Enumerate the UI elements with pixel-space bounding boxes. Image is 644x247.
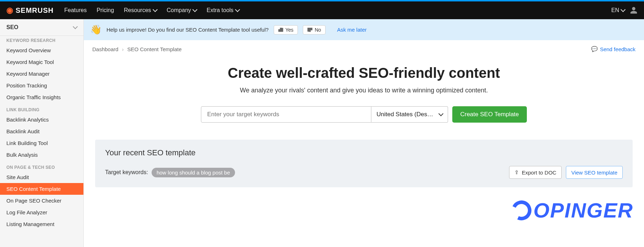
main-content: 👋 Help us improve! Do you find our SEO C… bbox=[84, 19, 644, 247]
thumb-down-icon bbox=[307, 28, 312, 32]
nav-links: Features Pricing Resources Company Extra… bbox=[64, 7, 611, 14]
no-button[interactable]: No bbox=[303, 25, 326, 34]
sidebar-group-link: LINK BUILDING bbox=[0, 103, 83, 114]
recent-keywords: Target keywords: how long should a blog … bbox=[105, 168, 235, 177]
chevron-right-icon: › bbox=[122, 46, 124, 52]
export-doc-button[interactable]: ⇪ Export to DOC bbox=[509, 166, 562, 179]
page-subtitle: We analyze your rivals' content and give… bbox=[84, 87, 644, 94]
sidebar-item-organic-traffic[interactable]: Organic Traffic Insights bbox=[0, 91, 83, 103]
crumb-dashboard[interactable]: Dashboard bbox=[92, 46, 118, 52]
page-title: Create well-crafted SEO-friendly content bbox=[84, 65, 644, 81]
crumb-current: SEO Content Template bbox=[127, 46, 181, 52]
send-feedback-link[interactable]: 💬 Send feedback bbox=[591, 46, 635, 52]
nav-features[interactable]: Features bbox=[64, 7, 87, 14]
recent-title: Your recent SEO template bbox=[105, 148, 623, 157]
chevron-down-icon bbox=[152, 7, 157, 12]
sidebar-item-backlink-audit[interactable]: Backlink Audit bbox=[0, 125, 83, 137]
brand-logo[interactable]: ◉ SEMRUSH bbox=[6, 6, 54, 15]
sidebar-group-keyword: KEYWORD RESEARCH bbox=[0, 36, 83, 44]
nav-extra-tools[interactable]: Extra tools bbox=[207, 7, 239, 14]
sidebar-item-keyword-overview[interactable]: Keyword Overview bbox=[0, 44, 83, 56]
view-template-button[interactable]: View SEO template bbox=[566, 166, 623, 179]
wave-icon: 👋 bbox=[90, 24, 102, 35]
sidebar-item-site-audit[interactable]: Site Audit bbox=[0, 171, 83, 183]
language-selector[interactable]: EN bbox=[611, 7, 625, 14]
sidebar-tool-selector[interactable]: SEO bbox=[0, 19, 83, 36]
sidebar-item-link-building[interactable]: Link Building Tool bbox=[0, 137, 83, 149]
nav-company[interactable]: Company bbox=[167, 7, 197, 14]
sidebar-item-seo-content-template[interactable]: SEO Content Template bbox=[0, 183, 83, 195]
nav-right: EN bbox=[611, 6, 638, 14]
recent-template-panel: Your recent SEO template Target keywords… bbox=[95, 140, 633, 187]
chevron-down-icon bbox=[235, 7, 240, 12]
brand-name: SEMRUSH bbox=[16, 6, 54, 15]
hero: Create well-crafted SEO-friendly content… bbox=[84, 54, 644, 106]
create-template-button[interactable]: Create SEO Template bbox=[452, 106, 526, 123]
sidebar-item-bulk-analysis[interactable]: Bulk Analysis bbox=[0, 149, 83, 161]
target-keywords-label: Target keywords: bbox=[105, 169, 148, 176]
user-icon[interactable] bbox=[630, 6, 638, 14]
nav-resources[interactable]: Resources bbox=[124, 7, 157, 14]
sidebar-item-keyword-manager[interactable]: Keyword Manager bbox=[0, 68, 83, 80]
sidebar: SEO KEYWORD RESEARCH Keyword Overview Ke… bbox=[0, 19, 84, 247]
chevron-down-icon bbox=[192, 7, 197, 12]
speech-bubble-icon: 💬 bbox=[591, 46, 598, 52]
chevron-down-icon bbox=[438, 111, 443, 116]
thumb-up-icon bbox=[278, 28, 283, 32]
recent-row: Target keywords: how long should a blog … bbox=[105, 166, 623, 179]
sidebar-item-onpage-checker[interactable]: On Page SEO Checker bbox=[0, 195, 83, 206]
sidebar-item-log-analyzer[interactable]: Log File Analyzer bbox=[0, 206, 83, 218]
watermark-d-icon bbox=[509, 198, 534, 223]
watermark-logo: OPINGER bbox=[512, 198, 634, 222]
sidebar-item-listing-management[interactable]: Listing Management bbox=[0, 218, 83, 230]
flame-icon: ◉ bbox=[6, 6, 13, 15]
breadcrumb: Dashboard › SEO Content Template bbox=[92, 46, 182, 52]
keywords-input[interactable] bbox=[201, 106, 371, 123]
keyword-tag[interactable]: how long should a blog post be bbox=[152, 168, 235, 177]
sidebar-item-backlink-analytics[interactable]: Backlink Analytics bbox=[0, 114, 83, 125]
recent-actions: ⇪ Export to DOC View SEO template bbox=[509, 166, 623, 179]
feedback-banner: 👋 Help us improve! Do you find our SEO C… bbox=[84, 19, 644, 40]
region-selector[interactable]: United States (Des… bbox=[371, 106, 448, 123]
nav-pricing[interactable]: Pricing bbox=[97, 7, 114, 14]
breadcrumb-row: Dashboard › SEO Content Template 💬 Send … bbox=[84, 40, 644, 54]
ask-later-link[interactable]: Ask me later bbox=[337, 27, 366, 33]
template-form: United States (Des… Create SEO Template bbox=[84, 106, 644, 123]
banner-text: Help us improve! Do you find our SEO Con… bbox=[107, 27, 269, 33]
top-nav: ◉ SEMRUSH Features Pricing Resources Com… bbox=[0, 1, 644, 19]
chevron-down-icon bbox=[621, 7, 626, 12]
export-icon: ⇪ bbox=[514, 169, 519, 176]
sidebar-item-position-tracking[interactable]: Position Tracking bbox=[0, 80, 83, 91]
sidebar-item-keyword-magic[interactable]: Keyword Magic Tool bbox=[0, 56, 83, 68]
yes-button[interactable]: Yes bbox=[274, 25, 298, 34]
chevron-down-icon bbox=[73, 24, 78, 29]
sidebar-group-onpage: ON PAGE & TECH SEO bbox=[0, 161, 83, 171]
